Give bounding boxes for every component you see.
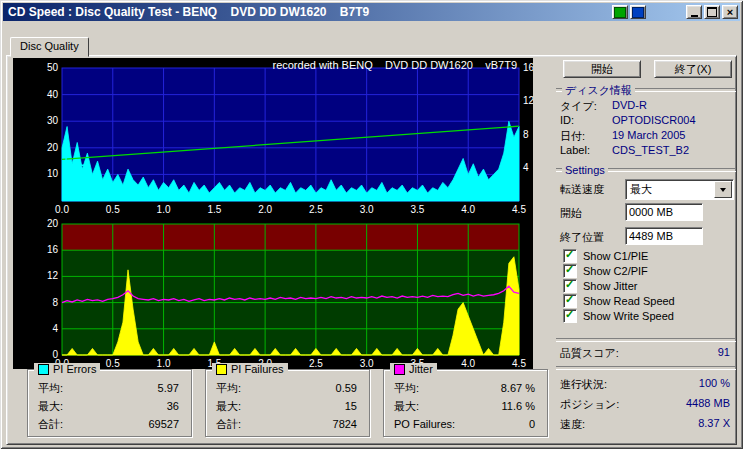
axis-tick-label: 40	[47, 89, 59, 100]
minimize-icon	[691, 15, 698, 17]
transfer-speed-label: 転送速度	[560, 182, 604, 197]
checkbox-label: Show Write Speed	[583, 310, 674, 322]
maximize-button[interactable]	[704, 5, 720, 19]
legend-row: 平均:5.97	[38, 379, 179, 397]
axis-tick-label: 3.5	[410, 204, 424, 215]
pi-errors-legend: PI Errors 平均:5.97 最大:36 合計:69527	[27, 369, 192, 437]
row-label: 平均:	[394, 379, 419, 397]
window-title: CD Speed : Disc Quality Test - BENQ DVD …	[3, 5, 369, 19]
legend-row: 平均:8.67 %	[394, 379, 535, 397]
jitter-swatch	[394, 364, 405, 375]
axis-tick-label: 12	[47, 270, 59, 281]
axis-tick-label: 4.5	[512, 358, 526, 369]
header-dash	[556, 88, 562, 92]
quality-score-label: 品質スコア:	[560, 346, 619, 361]
app-window: CD Speed : Disc Quality Test - BENQ DVD …	[0, 0, 743, 449]
green-chart-button[interactable]	[612, 5, 628, 19]
blue-chart-icon	[632, 7, 644, 18]
row-value: 0	[529, 415, 535, 433]
row-value: 5.97	[158, 379, 179, 397]
header-dash	[556, 168, 562, 172]
axis-tick-label: 4.0	[461, 358, 475, 369]
dropdown-button[interactable]	[714, 181, 732, 198]
axis-tick-label: 50	[47, 62, 59, 73]
show-c2-pif-row[interactable]: Show C2/PIF	[563, 264, 648, 277]
row-label: 最大:	[216, 397, 241, 415]
pi-failures-legend-title: PI Failures	[212, 363, 288, 375]
disc-date-label: 日付:	[560, 129, 585, 144]
show-read-speed-checkbox[interactable]	[563, 294, 577, 308]
disc-label-value: CDS_TEST_B2	[612, 144, 689, 156]
end-position-input[interactable]	[625, 227, 703, 245]
show-jitter-checkbox[interactable]	[563, 279, 577, 293]
jitter-legend-title: Jitter	[390, 363, 437, 375]
legend-row: 最大:11.6 %	[394, 397, 535, 415]
titlebar-buttons: ×	[610, 5, 738, 19]
titlebar: CD Speed : Disc Quality Test - BENQ DVD …	[3, 3, 740, 21]
jitter-legend: Jitter 平均:8.67 % 最大:11.6 % PO Failures:0	[383, 369, 548, 437]
row-label: 最大:	[38, 397, 63, 415]
axis-tick-label: 0.0	[55, 204, 69, 215]
separator	[556, 366, 736, 370]
row-value: 15	[345, 397, 357, 415]
tab-disc-quality[interactable]: Disc Quality	[10, 37, 89, 57]
speed-label: 速度:	[560, 417, 585, 432]
tab-label: Disc Quality	[20, 40, 79, 52]
legend-title-text: PI Failures	[231, 363, 284, 375]
blue-chart-button[interactable]	[630, 5, 646, 19]
show-c1-pie-row[interactable]: Show C1/PIE	[563, 249, 648, 262]
legend-row: 最大:36	[38, 397, 179, 415]
chart-recorded-with-text: recorded with BENQ DVD DD DW1620 vB7T9	[272, 59, 517, 71]
legend-row: 合計:7824	[216, 415, 357, 433]
position-value: 4488 MB	[686, 397, 730, 409]
disc-date-value: 19 March 2005	[612, 129, 685, 141]
progress-value: 100 %	[699, 377, 730, 389]
show-write-speed-row[interactable]: Show Write Speed	[563, 309, 674, 322]
quality-charts: 50403020101612840.00.51.01.52.02.53.03.5…	[13, 58, 533, 369]
row-value: 7824	[333, 415, 357, 433]
disc-info-header: ディスク情報	[556, 84, 736, 96]
position-label: ポジション:	[560, 397, 619, 412]
row-value: 11.6 %	[502, 397, 535, 415]
legend-row: PO Failures:0	[394, 415, 535, 433]
pi-failures-swatch	[216, 364, 227, 375]
axis-tick-label: 0.5	[106, 204, 120, 215]
chevron-down-icon	[720, 188, 726, 192]
show-c2-pif-checkbox[interactable]	[563, 264, 577, 278]
close-button[interactable]: ×	[722, 5, 738, 19]
header-line	[635, 88, 736, 92]
legend-title-text: Jitter	[409, 363, 433, 375]
show-write-speed-checkbox[interactable]	[563, 309, 577, 323]
row-value: 36	[167, 397, 179, 415]
start-position-label: 開始	[560, 206, 582, 221]
transfer-speed-select[interactable]: 最大	[625, 179, 734, 200]
green-chart-icon	[614, 7, 626, 18]
settings-title: Settings	[565, 164, 605, 176]
disc-id-value: OPTODISCR004	[612, 114, 696, 126]
axis-tick-label: 8	[523, 129, 529, 140]
start-position-input[interactable]	[625, 203, 703, 221]
pi-failures-legend: PI Failures 平均:0.59 最大:15 合計:7824	[205, 369, 370, 437]
legend-row: 平均:0.59	[216, 379, 357, 397]
axis-tick-label: 30	[47, 115, 59, 126]
show-read-speed-row[interactable]: Show Read Speed	[563, 294, 675, 307]
axis-tick-label: 4.5	[512, 204, 526, 215]
axis-tick-label: 0.5	[106, 358, 120, 369]
axis-tick-label: 4	[523, 162, 529, 173]
axis-tick-label: 1.0	[157, 204, 171, 215]
danger-band	[62, 224, 519, 250]
axis-tick-label: 4.0	[461, 204, 475, 215]
minimize-button[interactable]	[686, 5, 702, 19]
row-label: 最大:	[394, 397, 419, 415]
show-jitter-row[interactable]: Show Jitter	[563, 279, 637, 292]
axis-tick-label: 3.0	[360, 204, 374, 215]
axis-tick-label: 12	[523, 95, 533, 106]
show-c1-pie-checkbox[interactable]	[563, 249, 577, 263]
exit-button[interactable]: 終了(X)	[654, 60, 732, 78]
checkbox-label: Show C2/PIF	[583, 265, 648, 277]
pi-errors-swatch	[38, 364, 49, 375]
checkbox-label: Show Read Speed	[583, 295, 675, 307]
start-button[interactable]: 開始	[563, 60, 641, 78]
settings-header: Settings	[556, 164, 736, 176]
axis-tick-label: 2.0	[258, 204, 272, 215]
